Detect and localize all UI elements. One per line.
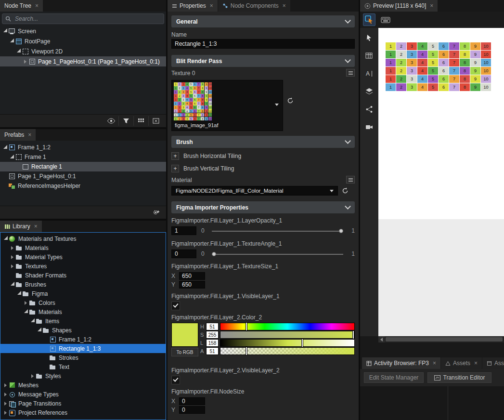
tree-item[interactable]: Materials	[0, 307, 166, 316]
tree-item[interactable]: Project References	[0, 408, 166, 417]
tree-item[interactable]: Material Types	[0, 252, 166, 262]
camera-tool-icon[interactable]	[365, 123, 374, 133]
tree-item[interactable]: Page 1_PageHost_0:1	[0, 171, 166, 181]
tree-item[interactable]: Styles	[0, 371, 166, 381]
tree-item[interactable]: ReferenceImagesHelper	[0, 181, 166, 191]
tab-preview[interactable]: Preview [1118 x 640]	[360, 0, 438, 12]
tab-node-components[interactable]: Node Components	[218, 0, 290, 12]
tree-item[interactable]: Screen	[0, 26, 166, 36]
tree-item[interactable]: Page Transitions	[0, 399, 166, 408]
texture-size-x-input[interactable]	[179, 272, 205, 280]
collapse-arrow-icon[interactable]	[9, 40, 15, 42]
node-connections-tool-icon[interactable]	[365, 105, 374, 115]
channel-marker[interactable]	[246, 323, 247, 330]
expand-arrow-icon[interactable]	[9, 246, 15, 250]
tab-library[interactable]: Library	[0, 221, 42, 232]
tree-item[interactable]: Text	[0, 362, 166, 371]
collapse-arrow-icon[interactable]	[29, 320, 36, 322]
section-general[interactable]: General	[171, 15, 355, 27]
visible-layer-1-checkbox[interactable]	[171, 302, 180, 310]
prefab-settings-gear-plus-icon[interactable]	[149, 208, 163, 217]
select-tool-icon[interactable]	[365, 34, 374, 44]
material-dropdown[interactable]: Figma/NODE2D/Figma_IFill_Color_Material	[171, 186, 338, 196]
collapse-arrow-icon[interactable]	[23, 311, 29, 313]
channel-bar-S[interactable]	[220, 331, 355, 339]
tree-item[interactable]: Viewport 2D	[0, 46, 166, 56]
interaction-tool-button[interactable]	[363, 13, 375, 26]
close-icon[interactable]	[430, 2, 433, 9]
tree-item[interactable]: Frame 1_1:2	[0, 335, 166, 344]
keyboard-tool-button[interactable]	[379, 13, 392, 26]
grid-view-icon[interactable]	[133, 116, 148, 126]
to-rgb-button[interactable]: To RGB	[171, 348, 198, 356]
tree-item[interactable]: Rectangle 1	[0, 162, 166, 171]
tree-item[interactable]: Rectangle 1_1:3	[0, 344, 166, 353]
close-icon[interactable]	[34, 223, 38, 230]
tree-item[interactable]: Shapes	[0, 326, 166, 335]
tree-item[interactable]: Meshes	[0, 381, 166, 390]
visible-layer-2-checkbox[interactable]	[171, 376, 180, 384]
collapse-arrow-icon[interactable]	[16, 292, 22, 295]
tab-activity-browser[interactable]: Activity Browser: FP3	[362, 357, 440, 369]
tab-asset-clipped[interactable]: Asset	[482, 357, 504, 369]
collapse-arrow-icon[interactable]	[36, 329, 42, 331]
section-brush[interactable]: Brush	[171, 136, 355, 148]
channel-value-S[interactable]	[206, 331, 219, 339]
close-icon[interactable]	[28, 131, 31, 138]
texture-size-y-input[interactable]	[179, 281, 205, 289]
visibility-eye-icon[interactable]	[104, 116, 118, 126]
texture-angle-slider-track[interactable]	[212, 254, 343, 255]
expand-arrow-icon[interactable]	[2, 383, 9, 387]
tree-item[interactable]: Page 1_PageHost_0:1 (Page 1_PageHost_0:1…	[0, 56, 166, 66]
expand-arrow-icon[interactable]	[22, 60, 28, 64]
close-icon[interactable]	[283, 2, 286, 9]
layer-opacity-slider-handle[interactable]	[339, 229, 343, 233]
expand-arrow-icon[interactable]	[9, 255, 15, 259]
collapse-arrow-icon[interactable]	[2, 30, 8, 32]
node-size-x-input[interactable]	[179, 397, 205, 405]
search-input[interactable]	[14, 15, 161, 23]
texture-reset-button[interactable]	[286, 96, 295, 105]
transition-editor-button[interactable]: Transition Editor	[427, 372, 491, 383]
tree-item[interactable]: Figma	[0, 289, 166, 298]
tree-item[interactable]: RootPage	[0, 36, 166, 46]
channel-value-A[interactable]	[206, 347, 219, 355]
tab-properties[interactable]: Properties	[168, 0, 218, 12]
layer-opacity-value[interactable]	[171, 226, 196, 235]
tree-item[interactable]: Materials	[0, 243, 166, 252]
scroll-left-arrow-icon[interactable]	[378, 336, 385, 342]
search-box[interactable]	[2, 13, 164, 24]
tree-item[interactable]: Frame 1	[0, 152, 166, 162]
channel-value-H[interactable]	[206, 323, 219, 330]
close-icon[interactable]	[433, 360, 436, 367]
close-icon[interactable]	[474, 360, 478, 367]
name-input[interactable]	[171, 39, 355, 49]
layers-tool-icon[interactable]	[365, 87, 374, 97]
close-icon[interactable]	[35, 2, 39, 9]
pane-splitter[interactable]	[448, 386, 448, 420]
channel-marker[interactable]	[302, 339, 303, 347]
expand-arrow-icon[interactable]	[2, 411, 9, 415]
node-size-y-input[interactable]	[179, 406, 205, 414]
channel-marker[interactable]	[246, 347, 247, 355]
expand-arrow-icon[interactable]	[23, 301, 29, 305]
tab-node-tree[interactable]: Node Tree	[0, 0, 43, 12]
tab-assets[interactable]: Assets	[441, 357, 482, 369]
channel-value-L[interactable]	[206, 339, 219, 347]
filter-icon[interactable]	[118, 116, 133, 126]
edit-state-manager-button[interactable]: Edit State Manager	[364, 372, 424, 383]
collapse-arrow-icon[interactable]	[9, 156, 15, 158]
add-property-button[interactable]	[171, 165, 179, 172]
expand-arrow-icon[interactable]	[2, 393, 9, 396]
section-blit-render-pass[interactable]: Blit Render Pass	[171, 55, 355, 67]
texture-options-button[interactable]	[346, 69, 355, 77]
collapse-arrow-icon[interactable]	[2, 146, 8, 149]
tree-item[interactable]: Textures	[0, 262, 166, 271]
expand-arrow-icon[interactable]	[29, 374, 36, 378]
color-swatch[interactable]	[171, 323, 198, 347]
material-reset-button[interactable]	[341, 186, 349, 195]
collapse-arrow-icon[interactable]	[15, 50, 22, 52]
add-property-button[interactable]	[171, 152, 179, 160]
channel-bar-A[interactable]	[220, 347, 355, 355]
grid-tool-icon[interactable]	[365, 52, 374, 62]
